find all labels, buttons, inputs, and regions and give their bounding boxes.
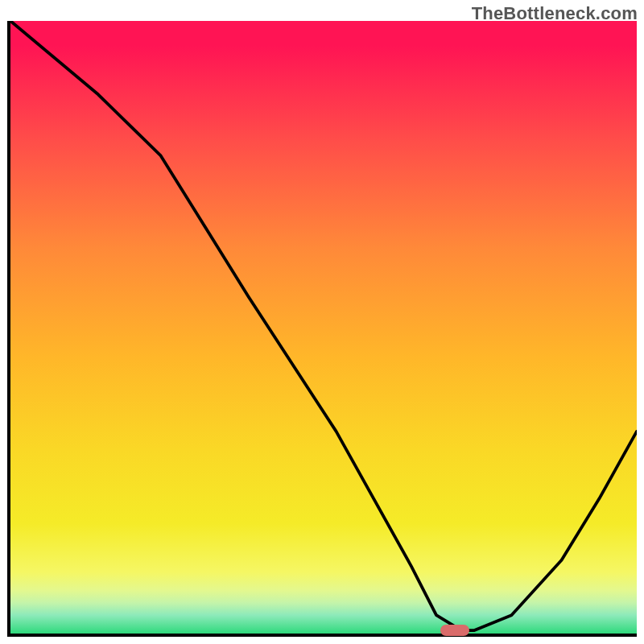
- chart-container: TheBottleneck.com: [0, 0, 644, 644]
- optimal-point-marker: [440, 625, 469, 636]
- plot-area: [7, 21, 637, 637]
- gradient-background: [10, 21, 637, 634]
